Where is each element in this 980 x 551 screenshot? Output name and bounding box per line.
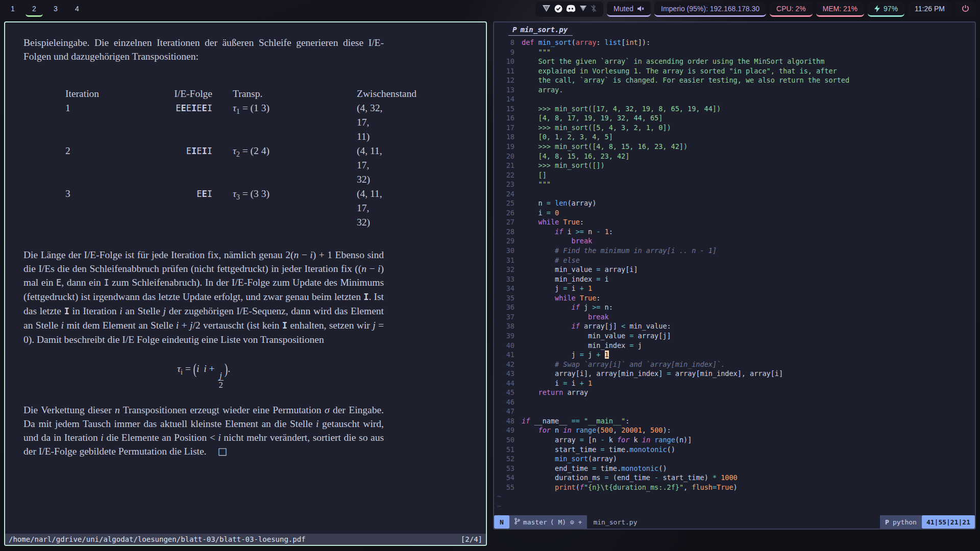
volume-module[interactable]: Muted [607,2,651,17]
code-line: 38 if array[j] < min_value: [494,321,975,331]
code-line: 15 >>> min_sort([17, 4, 32, 19, 8, 65, 1… [494,104,975,114]
table-row: 1EEEIEEIτ1 = (1 3)(4, 32, 17, 11) [23,101,384,144]
editor-winbar: Pmin_sort.py [494,22,975,36]
volume-label: Muted [614,5,633,13]
mem-module: MEM: 21% [816,2,864,17]
code-line: 14 [494,94,975,104]
code-area[interactable]: 8def min_sort(array: list[int]):9 """10 … [494,38,975,515]
check-circle-icon[interactable] [554,5,562,13]
git-branch-icon [514,518,520,526]
bluetooth-icon[interactable] [591,5,597,12]
empty-buffer-line: ~ [494,502,975,511]
code-line: 16 [4, 8, 17, 19, 19, 32, 44, 65] [494,113,975,123]
muted-speaker-icon [637,5,644,12]
code-line: 29 break [494,236,975,246]
table-row: 2EIEIIτ2 = (2 4)(4, 11, 17, 32) [23,144,384,187]
workspace-2[interactable]: 2 [26,2,43,17]
bar-right: Muted Imperio (95%): 192.168.178.30 CPU:… [535,2,976,17]
code-line: 17 >>> min_sort([5, 4, 3, 2, 1, 0]) [494,123,975,133]
code-line: 47 [494,407,975,416]
code-line: 46 [494,397,975,407]
code-line: 26 i = 0 [494,208,975,218]
discord-icon[interactable] [566,5,576,12]
code-line: 51 start_time = time.monotonic() [494,445,975,455]
power-icon [962,5,969,12]
code-line: 54 duration_ms = (end_time - start_time)… [494,473,975,483]
code-line: 30 # Find the minimum in array[i .. n - … [494,246,975,256]
python-icon: P [885,518,889,526]
cpu-label: CPU: 2% [776,5,806,13]
code-line: 49 for n in range(500, 20001, 500): [494,425,975,435]
code-line: 19 >>> min_sort([4, 8, 15, 16, 23, 42]) [494,142,975,152]
workspace-4[interactable]: 4 [68,2,86,17]
editor-window[interactable]: Pmin_sort.py 8def min_sort(array: list[i… [493,21,976,530]
code-line: 18 [0, 1, 2, 3, 4, 5] [494,132,975,142]
code-line: 22 [] [494,170,975,180]
code-line: 24 [494,189,975,199]
editor-tab[interactable]: Pmin_sort.py [508,24,573,36]
git-branch-name: master [523,518,547,526]
pdf-formula: τi = (i i + j2). [23,362,384,390]
code-line: 40 min_index = j [494,341,975,350]
code-line: 31 # else [494,256,975,265]
vpn-module: Imperio (95%): 192.168.178.30 [654,2,766,17]
code-line: 11 explained in Vorlesung 1. The array i… [494,66,975,76]
empty-buffer-line: ~ [494,492,975,502]
code-line: 12 the call, `array` is changed. For eas… [494,76,975,85]
code-line: 41 j = j + 1 [494,350,975,360]
table-header-row: IterationI/E-FolgeTransp.Zwischenstand [23,87,384,101]
code-line: 33 min_index = i [494,274,975,284]
code-line: 52 min_sort(array) [494,454,975,464]
code-line: 43 array[i], array[min_index] = array[mi… [494,369,975,379]
code-line: 23 """ [494,180,975,189]
code-line: 44 i = i + 1 [494,379,975,388]
top-bar: 1234 Muted Imperio (95%): 192.168.178.30… [0,0,980,18]
statusline-right: P python 41|55|21|21 [880,515,975,529]
vim-mode-indicator: N [494,515,509,529]
cpu-module: CPU: 2% [770,2,813,17]
python-icon: P [512,26,517,34]
pdf-page-indicator: [2/4] [461,535,482,543]
power-button[interactable] [955,2,976,17]
workspaces: 1234 [4,2,86,17]
mem-label: MEM: 21% [823,5,857,13]
code-line: 21 >>> min_sort([]) [494,161,975,170]
lightning-icon [874,5,880,12]
code-line: 50 array = [n - k for k in range(n)] [494,435,975,445]
network-triangle-icon[interactable] [579,5,587,12]
filetype-segment: P python [880,515,922,529]
workspace-1[interactable]: 1 [4,2,21,17]
pdf-file-path: /home/narl/gdrive/uni/algodat/loesungen/… [9,535,306,543]
clock-label: 11:26 PM [915,5,945,13]
code-line: 25 n = len(array) [494,198,975,208]
system-tray[interactable] [535,2,603,17]
pdf-iteration-table: IterationI/E-FolgeTransp.Zwischenstand1E… [23,87,384,230]
code-line: 35 while True: [494,293,975,303]
editor-statusline: N master ( M) ⊙ + min_sort.py P python 4… [494,515,975,529]
editor-tab-filename: min_sort.py [520,26,568,34]
vpn-label: Imperio (95%): 192.168.178.30 [661,5,760,13]
code-line: 55 print(f"{n}\t{duration_ms:.2f}", flus… [494,483,975,492]
triangle-down-icon[interactable] [542,5,551,12]
clock-module: 11:26 PM [908,2,951,17]
battery-label: 97% [884,5,898,13]
git-status: ( M) ⊙ + [550,518,582,526]
code-line: 36 if j >= n: [494,303,975,312]
pdf-viewer-window[interactable]: Beispieleingabe. Die einzelnen Iteration… [4,21,487,546]
code-line: 42 # Swap `array[i]` and `array[min_inde… [494,360,975,369]
cursor-position: 41|55|21|21 [922,515,975,529]
empty-buffer-line: ~ [494,511,975,515]
code-line: 27 while True: [494,217,975,227]
code-line: 32 min_value = array[i] [494,265,975,274]
git-branch-segment: master ( M) ⊙ + [509,515,587,529]
code-line: 39 min_value = array[j] [494,331,975,341]
code-line: 45 return array [494,388,975,397]
code-line: 48if __name__ == "__main__": [494,416,975,426]
pdf-paragraph-conclusion: Die Verkettung dieser n Transpositionen … [23,403,384,458]
code-line: 13 array. [494,85,975,95]
pdf-paragraph-length: Die Länge der I/E-Folge ist für jede Ite… [23,248,384,346]
pdf-paragraph-intro: Beispieleingabe. Die einzelnen Iteration… [23,36,384,63]
pdf-statusbar: /home/narl/gdrive/uni/algodat/loesungen/… [5,534,486,545]
workspace-3[interactable]: 3 [47,2,64,17]
statusline-left: N master ( M) ⊙ + min_sort.py [494,515,644,529]
